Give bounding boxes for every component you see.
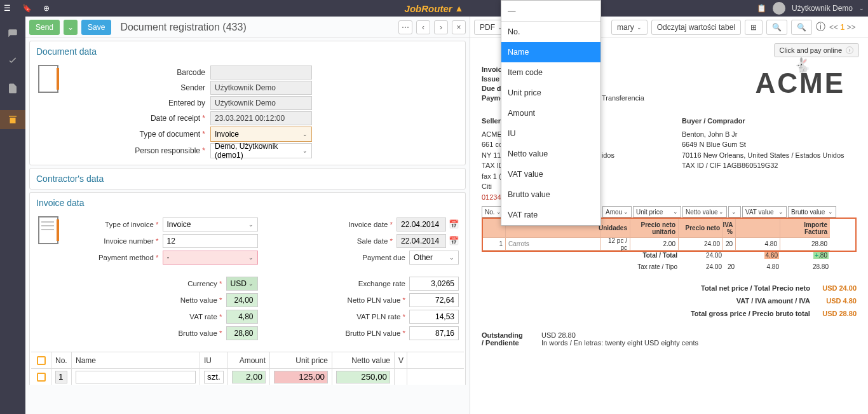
calendar-icon[interactable]: 📅 [449,219,459,229]
column-dropdown[interactable]: — No. Name Item code Unit price Amount I… [501,0,601,226]
map-brutto[interactable]: Brutto value⌄ [788,206,836,217]
click-pay-button[interactable]: Click and pay online› [774,43,859,57]
row-name[interactable] [76,371,196,383]
save-button[interactable]: Save [81,20,111,35]
row-unitprice[interactable] [274,371,328,383]
row-amount[interactable] [232,371,266,383]
dd-dash[interactable]: — [501,1,600,22]
barcode-input[interactable] [210,66,312,79]
dd-iu[interactable]: IU [501,123,600,144]
prev-button[interactable]: ‹ [416,20,430,34]
send-button[interactable]: Send [29,20,60,35]
document-data-title: Document data [30,41,465,62]
invdate-label: Invoice date [271,221,397,228]
row-iu[interactable] [204,371,224,383]
brutto-label: Brutto value [69,329,226,337]
contractor-title: Contractor's data [30,169,465,189]
help-icon[interactable]: ⓘ [816,21,825,33]
line-items-table: No. Name IU Amount Unit price Netto valu… [31,352,464,385]
paydue-select[interactable]: Other⌄ [409,251,459,265]
vat-input[interactable]: 4,80 [226,310,258,324]
paymethod-select[interactable]: -⌄ [163,251,258,265]
svg-rect-6 [57,219,59,241]
responsible-select[interactable]: Demo, Użytkownik (demo1)⌄ [210,143,312,158]
responsible-label: Person responsible [69,146,210,155]
dd-netto[interactable]: Netto value [501,144,600,164]
dd-vatrate[interactable]: VAT rate [501,205,600,225]
invdate-input[interactable]: 22.04.2014 [397,217,446,231]
contractor-panel: Contractor's data [29,168,466,190]
dd-name[interactable]: Name [501,42,600,62]
doctype-select[interactable]: Invoice⌄ [210,127,312,142]
grid-icon[interactable]: ⊞ [745,20,763,35]
saledate-input[interactable]: 22.04.2014 [397,234,446,248]
add-icon[interactable]: ⊕ [43,4,50,13]
dd-brutto[interactable]: Brutto value [501,184,600,205]
document-icon [36,64,64,96]
nettopl-label: Netto PLN value [271,296,410,304]
map-netto[interactable]: Netto value⌄ [682,206,727,217]
vatpl-input[interactable]: 14,53 [409,310,459,324]
map-amount[interactable]: Amou⌄ [602,206,632,217]
receipt-input[interactable] [210,111,312,125]
warning-icon: ▲ [455,3,464,13]
invnum-label: Invoice number [69,237,163,245]
summary-button[interactable]: mary ⌄ [611,20,648,35]
more-button[interactable]: ⋯ [398,20,412,34]
brutto-input[interactable]: 28,80 [226,326,258,340]
invnum-input[interactable] [163,234,258,248]
col-unitprice: Unit price [270,352,332,368]
dd-itemcode[interactable]: Item code [501,62,600,83]
doctype-label: Type of document [69,130,210,139]
nettopl-input[interactable]: 72,64 [409,293,459,307]
dd-vatval[interactable]: VAT value [501,164,600,184]
netto-input[interactable]: 24,00 [226,293,258,307]
map-blank[interactable]: ⌄ [728,206,741,217]
invtype-label: Type of invoice [69,221,163,228]
document-data-panel: Document data Barcode Sender Entered by … [29,41,466,165]
menu-icon[interactable]: ☰ [4,4,11,13]
zoom-in-icon[interactable]: 🔍 [791,20,812,35]
clipboard-icon[interactable]: 📋 [757,4,766,13]
map-unitprice[interactable]: Unit price⌄ [633,206,681,217]
table-row [31,368,464,385]
total-row-2: Tax rate / Tipo 24.00 20 4.80 28.80 [482,263,857,275]
avatar[interactable] [773,2,785,15]
dd-unitprice[interactable]: Unit price [501,83,600,103]
invtype-select[interactable]: Invoice⌄ [163,217,258,231]
send-dropdown[interactable]: ⌄ [64,20,78,35]
chevron-down-icon[interactable]: ⌄ [859,5,864,11]
map-vat[interactable]: VAT value⌄ [742,206,787,217]
sidebar-check[interactable] [7,55,18,69]
exrate-input[interactable]: 3,0265 [409,277,459,291]
doc-pay-value: Transferencia [602,94,644,102]
col-no: No. [51,352,72,368]
bruttopl-label: Brutto PLN value [271,329,410,337]
sidebar [0,17,25,414]
entered-label: Entered by [69,99,210,107]
next-button[interactable]: › [434,20,448,34]
bruttopl-input[interactable]: 87,16 [409,326,459,340]
read-table-button[interactable]: Odczytaj wartości tabel [651,20,741,35]
close-button[interactable]: × [452,20,466,34]
sidebar-archive[interactable] [0,110,25,129]
user-name[interactable]: Użytkownik Demo [792,4,853,13]
svg-rect-0 [39,66,58,92]
sidebar-doc[interactable] [7,83,18,96]
row-netto[interactable] [336,371,390,383]
checkbox-all[interactable] [37,356,46,365]
currency-select[interactable]: USD⌄ [226,277,258,291]
col-iu: IU [200,352,228,368]
dd-amount[interactable]: Amount [501,103,600,123]
exrate-label: Exchange rate [271,280,410,287]
zoom-out-icon[interactable]: 🔍 [766,20,787,35]
pager[interactable]: << 1 >> [829,23,855,32]
checkbox-row[interactable] [37,373,46,382]
sidebar-inbox[interactable] [7,28,18,41]
row-no[interactable] [55,371,67,383]
total-row-1: Total / Total 24.00 4.60 +.80 [482,252,857,263]
currency-label: Currency [69,280,226,287]
calendar-icon[interactable]: 📅 [449,236,459,245]
dd-no[interactable]: No. [501,22,600,42]
bookmark-icon[interactable]: 🔖 [22,4,32,13]
